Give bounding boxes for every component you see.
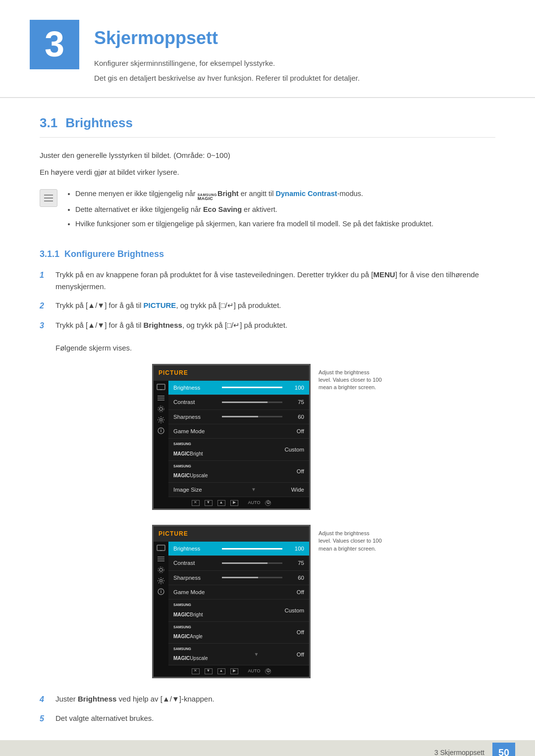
footer-chapter-label: 3 Skjermoppsett bbox=[434, 747, 484, 756]
menu-row-gamemode-1: Game Mode Off bbox=[168, 424, 309, 439]
settings-icon-2 bbox=[157, 566, 165, 573]
note-item-1: Denne menyen er ikke tilgjengelig når SA… bbox=[75, 188, 433, 201]
menu-main-2: Brightness 100 Contrast 75 Sharpness bbox=[154, 542, 309, 666]
screenshot-1: PICTURE bbox=[152, 364, 383, 510]
gear-icon-2 bbox=[157, 577, 165, 584]
menu-row-contrast-1: Contrast 75 bbox=[168, 395, 309, 409]
chapter-desc1: Konfigurer skjerminnstillingene, for eks… bbox=[94, 57, 360, 69]
menu-header-1: PICTURE bbox=[154, 365, 309, 381]
bottom-x-icon-2: ✕ bbox=[192, 668, 200, 674]
chapter-title: Skjermoppsett bbox=[94, 24, 360, 52]
chapter-desc2: Det gis en detaljert beskrivelse av hver… bbox=[94, 72, 360, 84]
bottom-auto-label: AUTO bbox=[248, 499, 261, 506]
svg-point-9 bbox=[160, 407, 162, 410]
bottom-down-icon: ▼ bbox=[205, 500, 213, 506]
menu-header-2: PICTURE bbox=[154, 526, 309, 542]
chapter-title-area: Skjermoppsett Konfigurer skjerminnstilli… bbox=[94, 20, 360, 87]
menu-content-2: Brightness 100 Contrast 75 Sharpness bbox=[168, 542, 309, 666]
menu-row-magicupscale-1: SAMSUNGMAGICUpscale Off bbox=[168, 461, 309, 483]
menu-row-sharpness-1: Sharpness 60 bbox=[168, 410, 309, 424]
screenshots-container: PICTURE bbox=[40, 364, 495, 678]
lines-icon-2 bbox=[157, 555, 165, 562]
screenshot-note-1: Adjust the brightness level. Values clos… bbox=[319, 364, 383, 392]
note-item-2: Dette alternativet er ikke tilgjengelig … bbox=[75, 204, 433, 215]
menu-row-brightness-1: Brightness 100 bbox=[168, 381, 309, 395]
gear-icon bbox=[157, 416, 165, 423]
menu-row-sharpness-2: Sharpness 60 bbox=[168, 571, 309, 585]
menu-row-gamemode-2: Game Mode Off bbox=[168, 585, 309, 600]
note-icon bbox=[40, 189, 57, 207]
footer-page-number: 50 bbox=[492, 743, 515, 756]
menu-row-brightness-2: Brightness 100 bbox=[168, 542, 309, 556]
chapter-header: 3 Skjermoppsett Konfigurer skjerminnstil… bbox=[0, 0, 535, 98]
settings-icon bbox=[157, 405, 165, 412]
step-5: 5 Det valgte alternativet brukes. bbox=[40, 712, 495, 725]
menu-row-magicangle-2: SAMSUNGMAGICAngle Off bbox=[168, 622, 309, 644]
menu-icons-sidebar-1 bbox=[154, 381, 168, 498]
lines-icon bbox=[157, 395, 165, 402]
subsection-311-title: 3.1.1 Konfigurere Brightness bbox=[40, 247, 495, 261]
menu-content-1: Brightness 100 Contrast 75 Sharpness bbox=[168, 381, 309, 498]
bottom-power-icon-2: ⏻ bbox=[265, 668, 271, 674]
bottom-enter-icon-2: ▶ bbox=[230, 668, 238, 674]
menu-row-magicbright-1: SAMSUNGMAGICBright Custom bbox=[168, 439, 309, 460]
note-box: Denne menyen er ikke tilgjengelig når SA… bbox=[40, 188, 495, 233]
menu-row-magicbright-2: SAMSUNGMAGICBright Custom bbox=[168, 600, 309, 621]
bottom-enter-icon: ▶ bbox=[230, 500, 238, 506]
steps-after-list: 4 Juster Brightness ved hjelp av [▲/▼]-k… bbox=[40, 693, 495, 725]
screenshot-2: PICTURE bbox=[152, 525, 383, 678]
steps-list: 1 Trykk på en av knappene foran på produ… bbox=[40, 269, 495, 332]
section-31-title: 3.1Brightness bbox=[40, 113, 495, 138]
bottom-power-icon: ⏻ bbox=[265, 500, 271, 506]
monitor-bottom-bar-1: ✕ ▼ ▲ ▶ AUTO ⏻ bbox=[154, 497, 309, 508]
page-wrapper: 3 Skjermoppsett Konfigurer skjerminnstil… bbox=[0, 0, 535, 756]
section-31-body: Juster den generelle lysstyrken til bild… bbox=[40, 150, 495, 178]
svg-point-14 bbox=[160, 428, 161, 429]
content-area: 3.1Brightness Juster den generelle lysst… bbox=[0, 113, 535, 725]
note-item-3: Hvilke funksjoner som er tilgjengelige p… bbox=[75, 218, 433, 230]
section-intro1: Juster den generelle lysstyrken til bild… bbox=[40, 150, 495, 161]
menu-icons-sidebar-2 bbox=[154, 542, 168, 666]
bottom-up-icon: ▲ bbox=[217, 500, 225, 506]
monitor-screen-2: PICTURE bbox=[152, 525, 311, 678]
monitor-icon bbox=[157, 384, 165, 391]
info-icon-2 bbox=[157, 588, 165, 595]
menu-row-contrast-2: Contrast 75 bbox=[168, 556, 309, 570]
step-4: 4 Juster Brightness ved hjelp av [▲/▼]-k… bbox=[40, 693, 495, 706]
svg-point-22 bbox=[158, 567, 164, 573]
section-intro2: En høyere verdi gjør at bildet virker ly… bbox=[40, 166, 495, 178]
svg-point-23 bbox=[160, 579, 162, 582]
monitor-bottom-bar-2: ✕ ▼ ▲ ▶ AUTO ⏻ bbox=[154, 665, 309, 676]
svg-point-21 bbox=[160, 568, 162, 571]
screenshot-note-2: Adjust the brightness level. Values clos… bbox=[319, 525, 383, 553]
monitor-icon-2 bbox=[157, 545, 165, 552]
page-footer: 3 Skjermoppsett 50 bbox=[0, 740, 535, 756]
step-3: 3 Trykk på [▲/▼] for å gå til Brightness… bbox=[40, 319, 495, 332]
step-1: 1 Trykk på en av knappene foran på produ… bbox=[40, 269, 495, 293]
bottom-auto-label-2: AUTO bbox=[248, 667, 261, 674]
step-3-indent: Følgende skjerm vises. bbox=[55, 342, 495, 354]
svg-rect-15 bbox=[157, 545, 165, 551]
bottom-down-icon-2: ▼ bbox=[205, 668, 213, 674]
menu-row-imagesize-1: Image Size ▼ Wide bbox=[168, 483, 309, 497]
monitor-screen-1: PICTURE bbox=[152, 364, 311, 510]
note-list: Denne menyen er ikke tilgjengelig når SA… bbox=[65, 188, 433, 233]
chapter-number: 3 bbox=[30, 20, 79, 69]
menu-main-1: Brightness 100 Contrast 75 Sharpness bbox=[154, 381, 309, 498]
svg-point-26 bbox=[160, 590, 161, 591]
bottom-up-icon-2: ▲ bbox=[217, 668, 225, 674]
bottom-x-icon: ✕ bbox=[192, 500, 200, 506]
svg-rect-3 bbox=[157, 384, 165, 390]
step-2: 2 Trykk på [▲/▼] for å gå til PICTURE, o… bbox=[40, 300, 495, 312]
info-icon bbox=[157, 427, 165, 434]
svg-point-11 bbox=[160, 418, 162, 421]
svg-point-10 bbox=[158, 406, 164, 412]
menu-row-magicupscale-2: SAMSUNGMAGICUpscale ▼ Off bbox=[168, 644, 309, 665]
